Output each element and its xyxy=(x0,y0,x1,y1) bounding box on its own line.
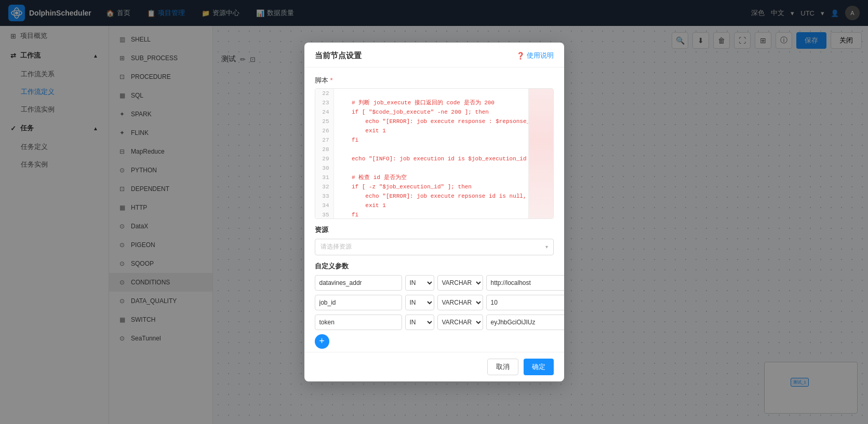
script-required: * xyxy=(330,76,333,84)
code-line-32: 32 if [ -z "$job_execution_id" ]; then xyxy=(315,182,553,192)
code-line-34: 34 exit 1 xyxy=(315,201,553,210)
param-value-2[interactable] xyxy=(486,295,564,310)
modal-header: 当前节点设置 ❓ 使用说明 xyxy=(304,43,564,67)
node-settings-modal: 当前节点设置 ❓ 使用说明 脚本 * 22 23 xyxy=(304,43,564,382)
code-line-27: 27 fi xyxy=(315,135,553,145)
code-editor[interactable]: 22 23 # 判断 job_execute 接口返回的 code 是否为 20… xyxy=(315,88,554,219)
param-name-2[interactable] xyxy=(315,295,402,310)
param-type-2[interactable]: VARCHAR INTEGER xyxy=(437,295,483,310)
modal-body: 脚本 * 22 23 # 判断 job_execute 接口返回的 code 是… xyxy=(304,67,564,352)
code-minimap xyxy=(528,89,553,218)
code-line-35: 35 fi xyxy=(315,210,553,218)
code-line-26: 26 exit 1 xyxy=(315,126,553,135)
help-button[interactable]: ❓ 使用说明 xyxy=(516,51,554,60)
script-label: 脚本 * xyxy=(315,76,554,85)
param-value-1[interactable] xyxy=(486,275,564,291)
param-name-1[interactable] xyxy=(315,275,402,291)
param-value-3[interactable] xyxy=(486,314,564,330)
param-row-1: IN OUT VARCHAR INTEGER 🗑 xyxy=(315,275,554,291)
modal-title: 当前节点设置 xyxy=(315,51,362,61)
resource-arrow-icon: ▾ xyxy=(545,244,548,250)
param-type-3[interactable]: VARCHAR INTEGER xyxy=(437,314,483,330)
modal-overlay[interactable]: 当前节点设置 ❓ 使用说明 脚本 * 22 23 xyxy=(0,0,868,424)
help-icon: ❓ xyxy=(516,52,525,60)
help-label: 使用说明 xyxy=(527,51,554,60)
code-line-31: 31 # 检查 id 是否为空 xyxy=(315,173,553,182)
param-direction-3[interactable]: IN OUT xyxy=(405,314,434,330)
param-direction-2[interactable]: IN OUT xyxy=(405,295,434,310)
code-editor-scroll[interactable]: 22 23 # 判断 job_execute 接口返回的 code 是否为 20… xyxy=(315,89,553,218)
code-line-33: 33 echo "[ERROR]: job execute repsonse i… xyxy=(315,192,553,201)
resource-placeholder: 请选择资源 xyxy=(321,242,352,251)
cancel-button[interactable]: 取消 xyxy=(487,359,518,375)
resource-section-title: 资源 xyxy=(315,225,554,235)
code-line-23: 23 # 判断 job_execute 接口返回的 code 是否为 200 xyxy=(315,98,553,107)
resource-select[interactable]: 请选择资源 ▾ xyxy=(315,239,554,255)
param-row-2: IN OUT VARCHAR INTEGER 🗑 xyxy=(315,295,554,310)
code-line-28: 28 xyxy=(315,145,553,154)
custom-params-title: 自定义参数 xyxy=(315,262,554,271)
modal-footer: 取消 确定 xyxy=(304,352,564,381)
param-type-1[interactable]: VARCHAR INTEGER xyxy=(437,275,483,291)
code-line-29: 29 echo "[INFO]: job execution id is $jo… xyxy=(315,154,553,163)
param-name-3[interactable] xyxy=(315,314,402,330)
param-direction-1[interactable]: IN OUT xyxy=(405,275,434,291)
param-row-3: IN OUT VARCHAR INTEGER 🗑 xyxy=(315,314,554,330)
code-line-24: 24 if [ "$code_job_execute" -ne 200 ]; t… xyxy=(315,107,553,117)
confirm-button[interactable]: 确定 xyxy=(524,359,554,375)
code-line-25: 25 echo "[ERROR]: job execute response :… xyxy=(315,117,553,126)
add-param-button[interactable]: + xyxy=(315,334,329,349)
code-line-30: 30 xyxy=(315,163,553,173)
code-line-22: 22 xyxy=(315,89,553,98)
